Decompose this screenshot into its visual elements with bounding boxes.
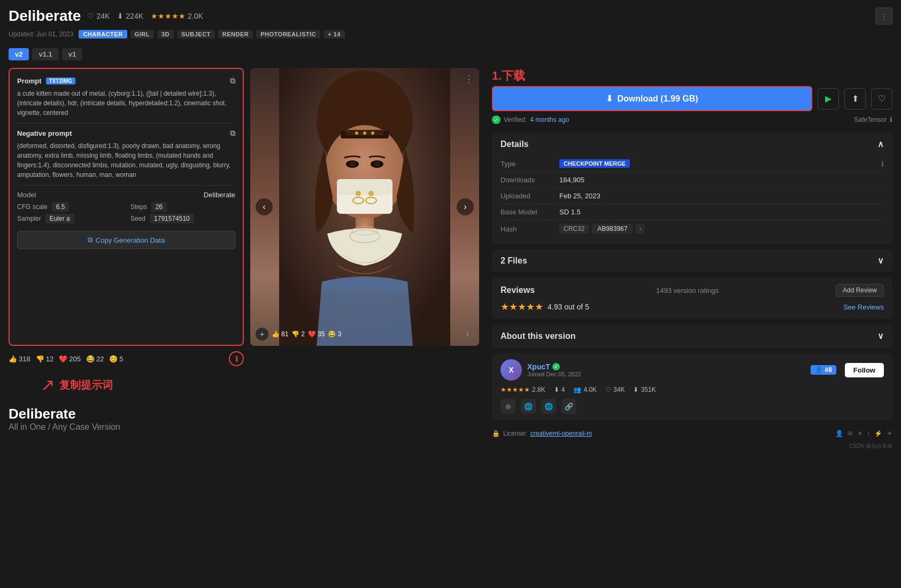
creator-rank-badge: 👤 #8 — [811, 365, 836, 375]
see-reviews-link[interactable]: See Reviews — [843, 303, 884, 311]
tag-character[interactable]: CHARACTER — [79, 30, 127, 38]
detail-type-row: Type CHECKPOINT MERGE ℹ — [500, 156, 884, 172]
details-chevron-icon: ∧ — [877, 139, 884, 149]
follow-button[interactable]: Follow — [845, 363, 884, 377]
bottom-icon-6[interactable]: ☀ — [887, 430, 892, 437]
star-icon: ★★★★★ — [500, 386, 530, 393]
image-info-icon[interactable]: ℹ — [461, 328, 474, 341]
prompt-text: a cute kitten made out of metal, (cyborg… — [17, 89, 235, 118]
about-header[interactable]: About this version ∨ — [492, 324, 892, 347]
three-dots-menu[interactable]: ⋮ — [875, 7, 892, 25]
thumbsup-reaction: 👍 318 — [9, 355, 30, 363]
bottom-icon-4[interactable]: ↕ — [867, 430, 870, 437]
creator-avatar: X — [500, 359, 522, 381]
rank-person-icon: 👤 — [815, 366, 823, 374]
add-reaction-button[interactable]: + — [256, 328, 268, 341]
tag-photorealistic[interactable]: PHOTOREALISTIC — [256, 30, 320, 38]
type-info-icon[interactable]: ℹ — [881, 160, 884, 168]
page-subtitle: All in One / Any Case Version — [9, 422, 479, 432]
woman-illustration — [279, 68, 450, 346]
details-section: Details ∧ Type CHECKPOINT MERGE ℹ Downlo… — [492, 133, 892, 244]
detail-base-model-row: Base Model SD 1.5 — [500, 204, 884, 220]
image-three-dots[interactable]: ⋮ — [464, 73, 474, 85]
creator-social-icons: ⊕ 🌐 🌐 🔗 — [500, 399, 884, 414]
creator-models-stat: ⬇ 4 — [554, 386, 565, 393]
gen-info-icon[interactable]: ℹ — [229, 351, 244, 366]
likes-icon: ♡ — [605, 386, 611, 393]
arrow-down-icon: ↗ — [41, 375, 55, 395]
link-icon[interactable]: 🔗 — [561, 399, 576, 414]
tag-girl[interactable]: GIRL — [130, 30, 154, 38]
txt2img-badge: TXT2IMG — [46, 78, 75, 84]
discord-icon[interactable]: ⊕ — [500, 399, 515, 414]
copy-annotation-label: 复制提示词 — [59, 378, 113, 392]
favorite-button[interactable]: ♡ — [871, 88, 892, 110]
creator-name: XpucT ✓ — [527, 362, 805, 371]
rating-row: ★★★★★ 4.93 out of 5 See Reviews — [500, 301, 884, 313]
header-stats: ♡ 24K ⬇ 224K ★★★★★ 2.0K — [87, 12, 203, 20]
tag-render[interactable]: RENDER — [218, 30, 253, 38]
files-header[interactable]: 2 Files ∨ — [492, 249, 892, 272]
details-title: Details — [500, 140, 528, 149]
thumbsup-emoji: 👍 — [272, 330, 280, 338]
cfg-steps-row: CFG scale 6.5 Steps 26 — [17, 202, 235, 212]
safe-tensor-info-icon[interactable]: ℹ — [890, 116, 892, 123]
page-main-title: Deliberate — [9, 406, 479, 422]
svg-point-10 — [356, 191, 361, 196]
downloads-stat: ⬇ 224K — [117, 12, 143, 20]
img-thumbsdown-count: 2 — [301, 330, 305, 338]
tag-subject[interactable]: SUBJECT — [177, 30, 215, 38]
tag-3d[interactable]: 3D — [157, 30, 174, 38]
creator-verified-icon: ✓ — [552, 363, 560, 370]
version-tab-v1-1[interactable]: v1.1 — [32, 48, 58, 60]
version-tab-v2[interactable]: v2 — [9, 48, 29, 60]
bottom-icon-3[interactable]: ✕ — [857, 430, 863, 437]
type-val: CHECKPOINT MERGE — [559, 159, 630, 168]
img-thumbsup-reaction: 👍 81 — [272, 330, 288, 338]
bottom-icon-2[interactable]: ✉ — [848, 430, 853, 437]
version-tab-v1[interactable]: v1 — [62, 48, 82, 60]
stars: ★★★★★ — [151, 12, 186, 20]
license-link[interactable]: creativeml-openrail-m — [530, 430, 592, 437]
copy-generation-button[interactable]: ⧉ Copy Generation Data — [17, 231, 235, 249]
verified-time[interactable]: 4 months ago — [530, 116, 569, 123]
play-button[interactable]: ▶ — [818, 88, 839, 110]
hash-expand-icon[interactable]: › — [636, 224, 644, 234]
download-annotation-area: 1.下载 — [492, 68, 892, 84]
model-row: Model Deliberate — [17, 191, 235, 199]
svg-rect-9 — [337, 179, 392, 195]
globe-icon-2[interactable]: 🌐 — [541, 399, 556, 414]
verified-text: Verified: — [504, 116, 527, 123]
left-panel: ⋮ Prompt TXT2IMG ⧉ a cute kitten made ou… — [9, 68, 479, 451]
share-button[interactable]: ⬆ — [844, 88, 866, 110]
prev-image-button[interactable]: ‹ — [256, 198, 273, 215]
copy-neg-prompt-icon[interactable]: ⧉ — [230, 129, 235, 138]
svg-point-21 — [371, 131, 374, 135]
globe-icon-1[interactable]: 🌐 — [521, 399, 536, 414]
hash-label: Hash — [500, 225, 559, 233]
next-image-button[interactable]: › — [457, 198, 474, 215]
img-thumbsup-count: 81 — [281, 330, 288, 338]
reviews-title: Reviews — [500, 285, 535, 295]
bottom-icon-5[interactable]: ⚡ — [874, 430, 882, 437]
img-thumbsdown-reaction: 👎 2 — [291, 330, 305, 338]
license-row: 🔒 License: creativeml-openrail-m 👤 ✉ ✕ ↕… — [492, 425, 892, 442]
sampler-item: Sampler Euler a — [17, 214, 122, 223]
creator-downloads: 351K — [641, 386, 656, 393]
bottom-icons: 👤 ✉ ✕ ↕ ⚡ ☀ — [835, 430, 892, 437]
detail-uploaded-row: Uploaded Feb 25, 2023 — [500, 188, 884, 204]
add-review-button[interactable]: Add Review — [836, 284, 884, 297]
license-icon: 🔒 — [492, 430, 500, 437]
gen-card-three-dots[interactable]: ⋮ — [229, 74, 237, 84]
laugh-icon: 😂 — [86, 355, 95, 363]
details-header[interactable]: Details ∧ — [492, 133, 892, 156]
sampler-label: Sampler — [17, 215, 41, 222]
download-button[interactable]: ⬇ Download (1.99 GB) — [492, 86, 812, 111]
neg-prompt-section: Negative prompt ⧉ (deformed, distorted, … — [17, 129, 235, 180]
bottom-icon-1[interactable]: 👤 — [835, 430, 843, 437]
tag-more[interactable]: + 14 — [324, 30, 345, 38]
svg-point-7 — [374, 161, 380, 167]
download-btn-label: Download (1.99 GB) — [617, 94, 698, 104]
main-layout: ⋮ Prompt TXT2IMG ⧉ a cute kitten made ou… — [0, 68, 901, 451]
page-title-section: Deliberate All in One / Any Case Version — [9, 395, 479, 435]
